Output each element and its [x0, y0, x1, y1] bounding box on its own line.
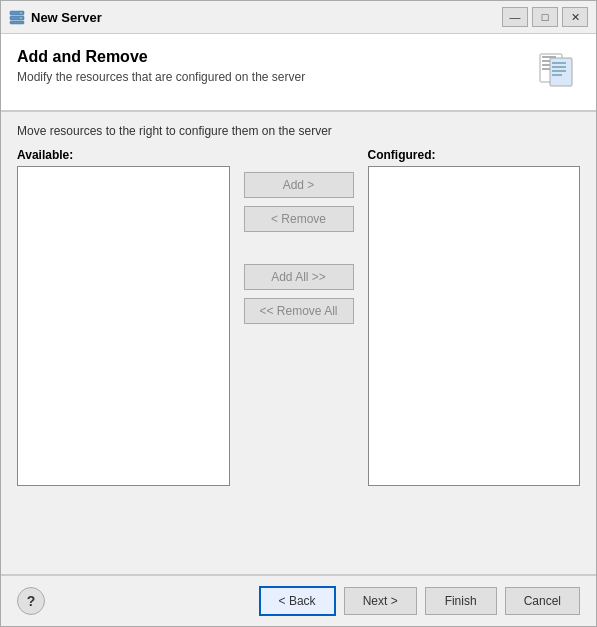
window: New Server — □ ✕ Add and Remove Modify t…: [0, 0, 597, 627]
add-all-button[interactable]: Add All >>: [244, 264, 354, 290]
svg-rect-2: [10, 21, 24, 24]
close-button[interactable]: ✕: [562, 7, 588, 27]
available-label: Available:: [17, 148, 230, 162]
window-icon: [9, 9, 25, 25]
header-subtitle: Modify the resources that are configured…: [17, 70, 532, 84]
title-bar: New Server — □ ✕: [1, 1, 596, 34]
svg-rect-12: [552, 66, 566, 68]
maximize-button[interactable]: □: [532, 7, 558, 27]
content-area: Move resources to the right to configure…: [1, 112, 596, 574]
header-icon: [532, 48, 580, 96]
lists-container: Available: Add > < Remove Add All >> << …: [17, 148, 580, 562]
minimize-button[interactable]: —: [502, 7, 528, 27]
header-title: Add and Remove: [17, 48, 532, 66]
configured-section: Configured:: [368, 148, 581, 486]
next-button[interactable]: Next >: [344, 587, 417, 615]
help-button[interactable]: ?: [17, 587, 45, 615]
instruction-text: Move resources to the right to configure…: [17, 124, 580, 138]
svg-point-4: [20, 17, 22, 19]
back-button[interactable]: < Back: [259, 586, 336, 616]
configured-label: Configured:: [368, 148, 581, 162]
svg-point-3: [20, 12, 22, 14]
svg-rect-13: [552, 70, 566, 72]
header-section: Add and Remove Modify the resources that…: [1, 34, 596, 112]
transfer-buttons: Add > < Remove Add All >> << Remove All: [230, 148, 368, 324]
svg-rect-11: [552, 62, 566, 64]
available-list[interactable]: [17, 166, 230, 486]
footer: ? < Back Next > Finish Cancel: [1, 576, 596, 626]
available-section: Available:: [17, 148, 230, 486]
title-bar-text: New Server: [31, 10, 502, 25]
finish-button[interactable]: Finish: [425, 587, 497, 615]
configured-list[interactable]: [368, 166, 581, 486]
add-button[interactable]: Add >: [244, 172, 354, 198]
svg-rect-14: [552, 74, 562, 76]
remove-all-button[interactable]: << Remove All: [244, 298, 354, 324]
header-text: Add and Remove Modify the resources that…: [17, 48, 532, 84]
title-bar-controls: — □ ✕: [502, 7, 588, 27]
cancel-button[interactable]: Cancel: [505, 587, 580, 615]
remove-button[interactable]: < Remove: [244, 206, 354, 232]
